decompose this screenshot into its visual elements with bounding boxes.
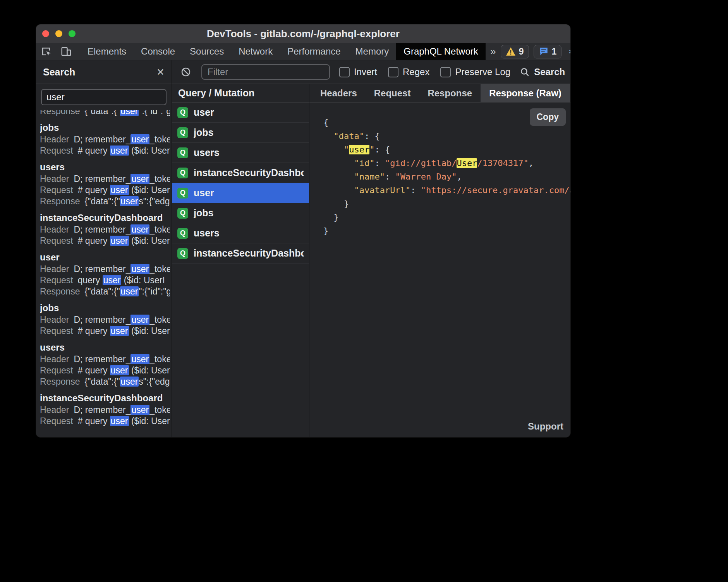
json-token: { (323, 118, 328, 127)
json-token: /13704317" (477, 158, 528, 168)
search-result-line[interactable]: Request# query user ($id: UserI (40, 365, 170, 376)
query-list-item[interactable]: Qjobs (172, 123, 309, 143)
json-token: } (323, 226, 328, 236)
search-match-fragment: _token=e (149, 354, 170, 364)
network-search-button[interactable]: Search (520, 67, 565, 77)
search-result-line[interactable]: HeaderD; remember_user_token=e (40, 314, 170, 325)
checkbox-invert[interactable]: Invert (339, 67, 377, 77)
search-result-line[interactable]: Response{"data":{"users":{"edges (40, 196, 170, 207)
tab-graphql-network[interactable]: GraphQL Network (396, 43, 486, 60)
tab-sources[interactable]: Sources (182, 43, 231, 60)
search-match-fragment: # query (78, 185, 110, 195)
search-result-field-label: Request (40, 185, 73, 195)
tab-performance[interactable]: Performance (280, 43, 348, 60)
query-list-item[interactable]: QinstanceSecurityDashboard (172, 163, 309, 183)
json-token: } (323, 199, 349, 209)
detail-tab-headers[interactable]: Headers (312, 84, 366, 102)
search-result-field-label: Request (40, 416, 73, 426)
checkbox-label-invert: Invert (354, 67, 377, 77)
checkbox-regex[interactable]: Regex (388, 67, 429, 77)
json-token: " (344, 145, 349, 154)
settings-gear-icon[interactable]: ⚙ (566, 45, 570, 58)
query-list-item[interactable]: Qjobs (172, 203, 309, 223)
issues-badge[interactable]: 1 (534, 45, 562, 58)
query-list-item[interactable]: Quser (172, 183, 309, 203)
message-bubble-icon (539, 46, 549, 56)
search-result-line-text: Request# query user ($id: UserI (40, 416, 170, 426)
network-columns: Query / Mutation QuserQjobsQusersQinstan… (172, 84, 570, 437)
json-token: : (385, 172, 395, 181)
detail-tab-response-raw[interactable]: Response (Raw) (481, 84, 570, 102)
search-result-line-text: Response{"data":{"users":{"edges (40, 377, 170, 387)
detail-tab-request[interactable]: Request (366, 84, 419, 102)
search-panel-header: Search ✕ (36, 60, 172, 84)
search-result-line[interactable]: Response{"data":{"users":{"edges (40, 376, 170, 387)
copy-button[interactable]: Copy (530, 108, 566, 126)
search-result-line[interactable]: Request# query user ($id: UserI (40, 185, 170, 196)
tab-console[interactable]: Console (134, 43, 182, 60)
search-result-line[interactable]: Response{"data":{"user":{"id":"gi (40, 286, 170, 297)
query-list-item[interactable]: Qusers (172, 223, 309, 243)
minimize-window-button[interactable] (55, 30, 62, 37)
search-result-line[interactable]: Request# query user ($id: UserI (40, 325, 170, 337)
search-panel: Search ✕ Response{"data":{"user":{"id":"… (36, 60, 172, 437)
query-type-badge: Q (177, 248, 188, 259)
query-list-item[interactable]: QinstanceSecurityDashboard (172, 243, 309, 264)
close-detail-icon[interactable]: ✕ (570, 84, 570, 102)
search-result-line-text: HeaderD; remember_user_token=e (40, 134, 170, 144)
search-result-line[interactable]: Request# query user ($id: UserI (40, 235, 170, 246)
clear-log-button[interactable] (180, 67, 192, 77)
search-result-line[interactable]: HeaderD; remember_user_token=e (40, 404, 170, 416)
search-result-line[interactable]: Request# query user ($id: UserI (40, 145, 170, 156)
json-token: "id" (354, 158, 374, 168)
query-list-item-label: user (194, 107, 214, 118)
tab-network[interactable]: Network (231, 43, 280, 60)
search-result-line[interactable]: HeaderD; remember_user_token=e (40, 173, 170, 185)
search-result-section: users (40, 341, 170, 354)
close-search-icon[interactable]: ✕ (156, 67, 165, 78)
detail-tab-response[interactable]: Response (419, 84, 481, 102)
more-tabs-chevron[interactable]: » (486, 43, 501, 60)
query-type-badge: Q (177, 147, 188, 158)
checkbox-box-regex[interactable] (388, 67, 398, 77)
search-result-field-label: Header (40, 224, 69, 235)
search-result-line-text: Requestquery user ($id: UserI (40, 275, 165, 285)
search-result-line-text: Response{"data":{"user":{"id":"gi (40, 110, 170, 117)
search-result-line[interactable]: HeaderD; remember_user_token=e (40, 354, 170, 365)
close-window-button[interactable] (42, 30, 49, 37)
json-line: } (323, 197, 570, 211)
search-match-fragment: user (120, 196, 139, 206)
checkbox-preserve-log[interactable]: Preserve Log (440, 67, 510, 77)
inspect-element-button[interactable] (36, 43, 56, 60)
search-result-line[interactable]: HeaderD; remember_user_token=e (40, 134, 170, 145)
search-match-fragment: user (110, 146, 129, 156)
search-panel-title: Search (43, 67, 75, 78)
search-result-line[interactable]: HeaderD; remember_user_token=e (40, 224, 170, 235)
checkbox-box-preserve-log[interactable] (440, 67, 451, 77)
search-result-line[interactable]: HeaderD; remember_user_token=e (40, 264, 170, 275)
search-result-line[interactable]: Requestquery user ($id: UserI (40, 275, 170, 286)
warnings-badge[interactable]: 9 (501, 45, 529, 58)
search-result-field-label: Request (40, 275, 73, 285)
query-list-item[interactable]: Qusers (172, 143, 309, 163)
device-toolbar-button[interactable] (56, 43, 76, 60)
json-line: "avatarUrl": "https://secure.gravatar.co… (323, 183, 570, 197)
search-match-fragment: user (120, 286, 139, 296)
search-match-fragment: D; remember_ (74, 315, 130, 325)
search-result-line[interactable]: Request# query user ($id: UserI (40, 416, 170, 427)
json-token: "Warren Day" (395, 172, 457, 181)
search-result-line[interactable]: Response{"data":{"user":{"id":"gi (40, 110, 170, 117)
tab-memory[interactable]: Memory (348, 43, 397, 60)
tab-elements[interactable]: Elements (80, 43, 134, 60)
search-match-fragment: user (103, 275, 122, 285)
filter-input[interactable] (201, 64, 330, 80)
support-link[interactable]: Support (528, 421, 563, 432)
search-result-field-label: Header (40, 264, 69, 274)
query-list-item[interactable]: Quser (172, 103, 309, 123)
search-match-fragment: {"data":{" (85, 377, 120, 387)
search-input[interactable] (41, 89, 167, 105)
search-match-fragment: user (130, 315, 149, 325)
search-result-line-text: Request# query user ($id: UserI (40, 236, 170, 246)
checkbox-box-invert[interactable] (339, 67, 350, 77)
zoom-window-button[interactable] (69, 30, 76, 37)
